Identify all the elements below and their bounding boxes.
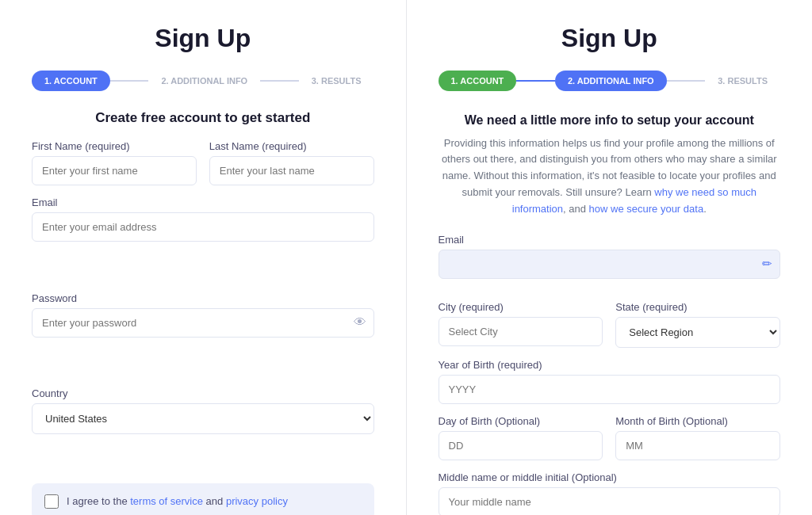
password-input[interactable] (32, 308, 374, 338)
day-month-row: Day of Birth (Optional) Month of Birth (… (439, 415, 781, 460)
year-group: Year of Birth (required) (439, 359, 781, 404)
main-container: Sign Up 1. ACCOUNT 2. ADDITIONAL INFO 3.… (0, 0, 812, 515)
right-step3[interactable]: 3. RESULTS (705, 71, 780, 91)
secure-link[interactable]: how we secure your data (589, 203, 704, 215)
city-state-row: City (required) State (required) Select … (439, 301, 781, 348)
month-input[interactable] (615, 431, 780, 460)
state-select[interactable]: Select Region (615, 317, 780, 348)
city-label: City (required) (439, 301, 603, 313)
last-name-label: Last Name (required) (209, 140, 374, 152)
right-email-input[interactable] (439, 250, 781, 279)
left-title: Sign Up (32, 24, 374, 53)
email-input-wrapper: ✏ (439, 250, 781, 279)
state-label: State (required) (615, 301, 780, 313)
left-panel: Sign Up 1. ACCOUNT 2. ADDITIONAL INFO 3.… (0, 0, 407, 515)
form-heading: Create free account to get started (32, 110, 374, 126)
first-name-input[interactable] (32, 156, 197, 185)
month-group: Month of Birth (Optional) (615, 415, 780, 460)
terms-checkbox[interactable] (44, 494, 59, 509)
right-step-line1 (516, 80, 555, 82)
info-text-block: We need a little more info to setup your… (439, 110, 781, 218)
country-group: Country United States (32, 387, 374, 472)
password-wrapper: 👁 (32, 308, 374, 338)
middle-label: Middle name or middle initial (Optional) (439, 471, 781, 483)
left-step3[interactable]: 3. RESULTS (299, 71, 374, 91)
right-panel: Sign Up 1. ACCOUNT 2. ADDITIONAL INFO 3.… (407, 0, 813, 515)
right-step3-label: 3. RESULTS (718, 76, 768, 86)
middle-input[interactable] (439, 487, 781, 515)
right-title: Sign Up (439, 24, 781, 53)
password-group: Password 👁 (32, 292, 374, 377)
day-label: Day of Birth (Optional) (439, 415, 603, 427)
day-group: Day of Birth (Optional) (439, 415, 603, 460)
left-step2-label: 2. ADDITIONAL INFO (161, 76, 247, 86)
first-name-label: First Name (required) (32, 140, 197, 152)
city-group: City (required) (439, 301, 603, 348)
left-steps: 1. ACCOUNT 2. ADDITIONAL INFO 3. RESULTS (32, 71, 374, 91)
right-step1-label: 1. ACCOUNT (451, 76, 504, 86)
left-step-line2 (260, 80, 299, 82)
right-email-group: Email ✏ (439, 234, 781, 290)
day-input[interactable] (439, 431, 603, 460)
name-row: First Name (required) Last Name (require… (32, 140, 374, 185)
terms-row: I agree to the terms of service and priv… (32, 483, 374, 515)
left-step3-label: 3. RESULTS (312, 76, 362, 86)
left-email-input[interactable] (32, 212, 374, 242)
right-steps: 1. ACCOUNT 2. ADDITIONAL INFO 3. RESULTS (439, 71, 781, 91)
country-select[interactable]: United States (32, 403, 374, 434)
middle-group: Middle name or middle initial (Optional) (439, 471, 781, 515)
terms-text: I agree to the terms of service and priv… (67, 495, 288, 507)
year-input[interactable] (439, 375, 781, 404)
left-email-group: Email (32, 196, 374, 281)
country-label: Country (32, 387, 374, 399)
last-name-group: Last Name (required) (209, 140, 374, 185)
month-label: Month of Birth (Optional) (615, 415, 780, 427)
left-step1-label: 1. ACCOUNT (44, 76, 98, 86)
info-end: . (703, 203, 707, 215)
privacy-link[interactable]: privacy policy (226, 495, 288, 507)
last-name-input[interactable] (209, 156, 374, 185)
info-mid: , and (563, 203, 589, 215)
first-name-group: First Name (required) (32, 140, 197, 185)
eye-icon[interactable]: 👁 (354, 315, 366, 330)
state-group: State (required) Select Region (615, 301, 780, 348)
year-label: Year of Birth (required) (439, 359, 781, 371)
right-step-line2 (667, 80, 706, 82)
terms-link[interactable]: terms of service (130, 495, 203, 507)
left-email-label: Email (32, 196, 374, 208)
left-step1[interactable]: 1. ACCOUNT (32, 71, 110, 91)
info-heading: We need a little more info to setup your… (439, 110, 781, 131)
right-step1[interactable]: 1. ACCOUNT (439, 71, 517, 91)
right-step2-label: 2. ADDITIONAL INFO (568, 76, 654, 86)
pencil-icon[interactable]: ✏ (762, 257, 772, 271)
right-email-label: Email (439, 234, 781, 246)
left-step2[interactable]: 2. ADDITIONAL INFO (148, 71, 260, 91)
right-step2[interactable]: 2. ADDITIONAL INFO (555, 71, 667, 91)
password-label: Password (32, 292, 374, 304)
city-input[interactable] (439, 317, 603, 346)
left-step-line1 (110, 80, 149, 82)
